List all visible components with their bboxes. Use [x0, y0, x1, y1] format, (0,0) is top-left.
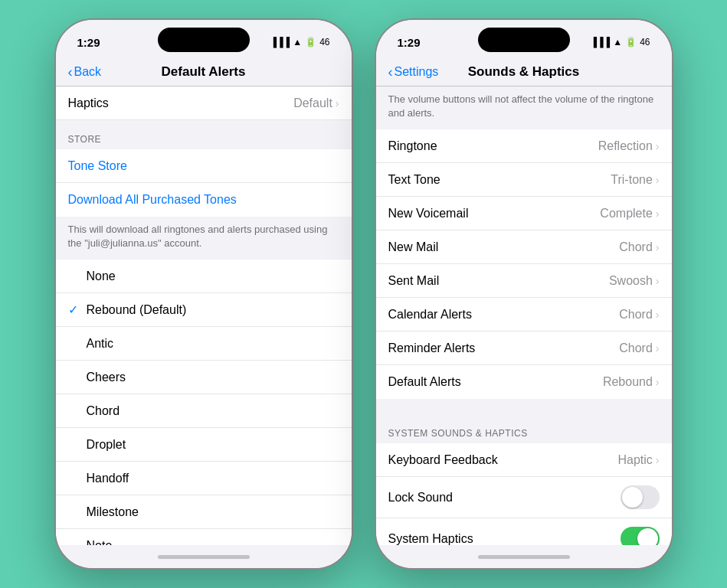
ringtone-label-7: Milestone	[87, 505, 139, 519]
ringtone-label-8: Note	[87, 539, 113, 545]
ringtone-item[interactable]: ✓ Rebound (Default)	[56, 293, 352, 327]
system-haptics-toggle[interactable]	[621, 527, 660, 545]
alert-label-6: Reminder Alerts	[388, 341, 476, 355]
alert-item[interactable]: Sent Mail Swoosh ›	[376, 264, 672, 298]
ringtone-list: None ✓ Rebound (Default) Antic Cheers Ch…	[56, 260, 352, 545]
ringtone-label-5: Droplet	[87, 438, 126, 452]
back-chevron-1: ‹	[68, 64, 73, 80]
tone-store-item[interactable]: Tone Store	[56, 149, 352, 183]
system-haptics-item[interactable]: System Haptics	[376, 518, 672, 545]
alert-item[interactable]: Reminder Alerts Chord ›	[376, 332, 672, 365]
ringtone-item[interactable]: None	[56, 260, 352, 293]
system-haptics-label: System Haptics	[388, 532, 473, 545]
alert-chevron-2: ›	[656, 207, 660, 220]
alert-item[interactable]: Calendar Alerts Chord ›	[376, 298, 672, 332]
status-icons-2: ▐▐▐ ▲ 🔋 46	[591, 37, 650, 47]
alert-value-container-3: Chord ›	[619, 240, 659, 254]
ringtone-item[interactable]: Handoff	[56, 462, 352, 495]
store-note: This will download all ringtones and ale…	[56, 217, 352, 260]
status-time-1: 1:29	[77, 36, 100, 49]
home-indicator-2	[376, 545, 672, 568]
lock-sound-toggle[interactable]	[621, 485, 660, 509]
back-button-2[interactable]: ‹ Settings	[388, 64, 439, 80]
battery-level-2: 46	[640, 37, 650, 47]
alert-value-container-4: Swoosh ›	[609, 274, 660, 288]
ringtone-label-4: Chord	[87, 404, 120, 418]
alert-label-5: Calendar Alerts	[388, 308, 472, 322]
haptics-label: Haptics	[68, 96, 109, 110]
nav-bar-2: ‹ Settings Sounds & Haptics	[376, 58, 672, 87]
back-chevron-2: ‹	[388, 64, 393, 80]
ringtone-label-6: Handoff	[87, 472, 129, 485]
battery-icon: 🔋	[305, 37, 316, 47]
phones-container: 1:29 ▐▐▐ ▲ 🔋 46 ‹ Back Default Alerts	[54, 18, 673, 570]
system-haptics-knob	[637, 528, 658, 545]
lock-sound-knob	[622, 487, 643, 508]
status-icons-1: ▐▐▐ ▲ 🔋 46	[270, 37, 330, 47]
keyboard-feedback-item[interactable]: Keyboard Feedback Haptic ›	[376, 443, 672, 477]
ringtone-item[interactable]: Cheers	[56, 361, 352, 394]
page-title-1: Default Alerts	[162, 64, 246, 80]
phone-1: 1:29 ▐▐▐ ▲ 🔋 46 ‹ Back Default Alerts	[54, 18, 353, 570]
alert-item[interactable]: Ringtone Reflection ›	[376, 129, 672, 163]
alert-item[interactable]: New Mail Chord ›	[376, 230, 672, 264]
page-title-2: Sounds & Haptics	[468, 64, 579, 80]
phone-2: 1:29 ▐▐▐ ▲ 🔋 46 ‹ Settings Sounds & Hapt…	[375, 18, 673, 570]
haptics-row[interactable]: Haptics Default ›	[56, 87, 352, 120]
ringtone-item[interactable]: Droplet	[56, 428, 352, 462]
haptics-value: Default	[293, 96, 332, 110]
status-time-2: 1:29	[398, 36, 421, 49]
store-section-header: STORE	[56, 120, 352, 149]
system-sounds-header: SYSTEM SOUNDS & HAPTICS	[376, 414, 672, 443]
alert-label-4: Sent Mail	[388, 274, 440, 288]
nav-bar-1: ‹ Back Default Alerts	[56, 58, 352, 87]
tone-store-label[interactable]: Tone Store	[68, 159, 127, 173]
home-bar-2	[478, 555, 570, 559]
ringtone-item[interactable]: Note	[56, 529, 352, 545]
alert-value-container-7: Rebound ›	[603, 375, 660, 389]
alert-value-6: Chord	[619, 341, 653, 355]
signal-icon-2: ▐▐▐	[591, 37, 611, 47]
alert-chevron-5: ›	[656, 309, 660, 321]
back-label-2[interactable]: Settings	[395, 65, 439, 79]
system-sounds-list: Keyboard Feedback Haptic › Lock Sound	[376, 443, 672, 545]
alert-item[interactable]: New Voicemail Complete ›	[376, 197, 672, 230]
ringtone-item[interactable]: Antic	[56, 327, 352, 361]
alert-value-5: Chord	[619, 308, 653, 322]
alert-chevron-1: ›	[656, 174, 660, 186]
screen-content-2: The volume buttons will not affect the v…	[376, 87, 672, 545]
alert-label-2: New Voicemail	[388, 207, 469, 220]
alert-item[interactable]: Text Tone Tri-tone ›	[376, 163, 672, 197]
dynamic-island	[158, 28, 250, 52]
alert-label-7: Default Alerts	[388, 375, 461, 389]
ringtone-label-3: Cheers	[87, 371, 126, 384]
alert-value-container-6: Chord ›	[619, 341, 659, 355]
lock-sound-item[interactable]: Lock Sound	[376, 477, 672, 518]
wifi-icon-2: ▲	[613, 37, 622, 47]
alert-item[interactable]: Default Alerts Rebound ›	[376, 365, 672, 399]
alert-value-1: Tri-tone	[611, 173, 653, 187]
screen-content-1: Haptics Default › STORE Tone Store Downl…	[56, 87, 352, 545]
alert-value-7: Rebound	[603, 375, 653, 389]
back-button-1[interactable]: ‹ Back	[68, 64, 102, 80]
alert-value-container-0: Reflection ›	[598, 139, 660, 153]
alert-value-2: Complete	[600, 207, 652, 220]
alert-label-1: Text Tone	[388, 173, 440, 187]
download-tones-label[interactable]: Download All Purchased Tones	[68, 193, 237, 207]
haptics-value-container: Default ›	[293, 96, 339, 110]
signal-icon: ▐▐▐	[270, 37, 290, 47]
ringtone-label-2: Antic	[87, 337, 114, 351]
dynamic-island-2	[478, 28, 570, 52]
back-label-1[interactable]: Back	[74, 65, 102, 79]
keyboard-feedback-value-container: Haptic ›	[617, 453, 659, 467]
ringtone-item[interactable]: Milestone	[56, 495, 352, 529]
battery-icon-2: 🔋	[625, 37, 637, 47]
keyboard-feedback-value: Haptic	[617, 453, 652, 467]
home-indicator-1	[56, 545, 352, 568]
alert-value-4: Swoosh	[609, 274, 653, 288]
alert-label-0: Ringtone	[388, 139, 437, 153]
keyboard-feedback-label: Keyboard Feedback	[388, 453, 498, 467]
alert-value-3: Chord	[619, 240, 653, 254]
ringtone-item[interactable]: Chord	[56, 394, 352, 428]
download-tones-item[interactable]: Download All Purchased Tones	[56, 183, 352, 217]
